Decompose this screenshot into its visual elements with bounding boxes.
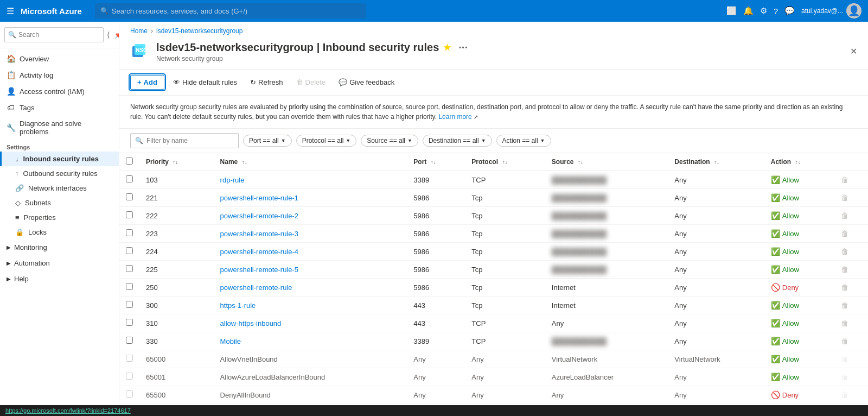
- name-cell[interactable]: powershell-remote-rule-5: [214, 261, 407, 279]
- delete-cell[interactable]: 🗑: [834, 243, 868, 261]
- name-cell[interactable]: AllowVnetInBound: [214, 350, 407, 368]
- row-checkbox[interactable]: [126, 283, 133, 290]
- breadcrumb-home[interactable]: Home: [130, 27, 148, 35]
- delete-cell[interactable]: 🗑: [834, 297, 868, 314]
- avatar[interactable]: 👤: [846, 3, 861, 18]
- name-cell[interactable]: allow-https-inbound: [214, 314, 407, 332]
- row-checkbox[interactable]: [126, 175, 133, 182]
- sidebar-search-box[interactable]: 🔍: [4, 27, 104, 42]
- checkbox-cell[interactable]: [119, 332, 139, 350]
- name-cell[interactable]: rdp-rule: [214, 171, 407, 189]
- header-port[interactable]: Port ↑↓: [407, 153, 465, 171]
- name-cell[interactable]: powershell-remote-rule-2: [214, 207, 407, 225]
- header-action[interactable]: Action ↑↓: [764, 153, 834, 171]
- feedback-icon[interactable]: 💬: [784, 6, 795, 16]
- row-checkbox[interactable]: [126, 301, 133, 308]
- header-source[interactable]: Source ↑↓: [545, 153, 668, 171]
- delete-row-icon[interactable]: 🗑: [841, 229, 848, 238]
- sidebar-search-input[interactable]: [18, 31, 100, 39]
- sidebar-item-overview[interactable]: 🏠 Overview: [0, 51, 119, 67]
- name-cell[interactable]: Mobile: [214, 332, 407, 350]
- rule-name-link[interactable]: powershell-remote-rule-5: [220, 266, 299, 274]
- close-button[interactable]: ✕: [850, 46, 857, 56]
- delete-cell[interactable]: 🗑: [834, 225, 868, 243]
- bell-icon[interactable]: 🔔: [743, 6, 754, 16]
- row-checkbox[interactable]: [126, 337, 133, 344]
- delete-cell[interactable]: 🗑: [834, 207, 868, 225]
- row-checkbox[interactable]: [126, 247, 133, 254]
- breadcrumb-nsg[interactable]: lsdev15-networksecuritygroup: [156, 27, 242, 35]
- checkbox-cell[interactable]: [119, 171, 139, 189]
- screen-icon[interactable]: ⬜: [726, 6, 737, 16]
- favorite-star[interactable]: ★: [443, 42, 451, 53]
- sidebar-item-outbound-security-rules[interactable]: ↑ Outbound security rules: [0, 166, 119, 181]
- sidebar-item-diagnose[interactable]: 🔧 Diagnose and solve problems: [0, 116, 119, 140]
- delete-row-icon[interactable]: 🗑: [841, 337, 848, 345]
- select-all-checkbox[interactable]: [126, 157, 133, 165]
- hide-default-rules-button[interactable]: 👁 Hide default rules: [169, 75, 241, 89]
- sidebar-item-access-control[interactable]: 👤 Access control (IAM): [0, 83, 119, 99]
- learn-more-link[interactable]: Learn more: [438, 113, 471, 121]
- delete-row-icon[interactable]: 🗑: [841, 193, 848, 202]
- delete-cell[interactable]: 🗑: [834, 386, 868, 404]
- sidebar-group-automation[interactable]: ▶ Automation: [0, 255, 119, 271]
- rule-name-link[interactable]: powershell-remote-rule-2: [220, 212, 299, 220]
- rule-name-link[interactable]: Mobile: [220, 337, 241, 345]
- delete-cell[interactable]: 🗑: [834, 189, 868, 207]
- checkbox-cell[interactable]: [119, 314, 139, 332]
- pin-icon[interactable]: 📌: [113, 29, 119, 40]
- name-cell[interactable]: powershell-remote-rule-4: [214, 243, 407, 261]
- filter-pill-action[interactable]: Action == all ▼: [496, 135, 551, 147]
- delete-cell[interactable]: 🗑: [834, 332, 868, 350]
- filter-pill-source[interactable]: Source == all ▼: [361, 135, 418, 147]
- filter-search[interactable]: 🔍: [130, 133, 239, 148]
- delete-button[interactable]: 🗑 Delete: [292, 75, 330, 89]
- delete-cell[interactable]: 🗑: [834, 350, 868, 368]
- delete-row-icon[interactable]: 🗑: [841, 319, 848, 327]
- hamburger-menu[interactable]: ☰: [7, 6, 14, 16]
- checkbox-cell[interactable]: [119, 207, 139, 225]
- header-priority[interactable]: Priority ↑↓: [139, 153, 214, 171]
- checkbox-cell[interactable]: [119, 225, 139, 243]
- row-checkbox[interactable]: [126, 319, 133, 326]
- rule-name-link[interactable]: allow-https-inbound: [220, 319, 282, 327]
- checkbox-cell[interactable]: [119, 297, 139, 314]
- delete-row-icon[interactable]: 🗑: [841, 211, 848, 220]
- rule-name-link[interactable]: powershell-remote-rule: [220, 283, 292, 292]
- checkbox-cell[interactable]: [119, 261, 139, 279]
- checkbox-cell[interactable]: [119, 243, 139, 261]
- rule-name-link[interactable]: powershell-remote-rule-3: [220, 230, 299, 238]
- help-icon[interactable]: ?: [774, 7, 778, 16]
- name-cell[interactable]: AllowAzureLoadBalancerInBound: [214, 368, 407, 386]
- checkbox-cell[interactable]: [119, 279, 139, 297]
- rule-name-link[interactable]: https-1-rule: [220, 301, 256, 310]
- sidebar-item-subnets[interactable]: ◇ Subnets: [0, 196, 119, 210]
- header-destination[interactable]: Destination ↑↓: [668, 153, 764, 171]
- checkbox-cell[interactable]: [119, 368, 139, 386]
- status-link[interactable]: https://go.microsoft.com/fwlink/?linkid=…: [5, 407, 131, 414]
- filter-pill-destination[interactable]: Destination == all ▼: [423, 135, 492, 147]
- row-checkbox[interactable]: [126, 229, 133, 236]
- checkbox-cell[interactable]: [119, 189, 139, 207]
- sidebar-item-network-interfaces[interactable]: 🔗 Network interfaces: [0, 181, 119, 196]
- rule-name-link[interactable]: powershell-remote-rule-1: [220, 194, 299, 202]
- filter-pill-protocol[interactable]: Protocol == all ▼: [296, 135, 357, 147]
- more-options-button[interactable]: ···: [455, 40, 471, 55]
- header-name[interactable]: Name ↑↓: [214, 153, 407, 171]
- rule-name-link[interactable]: rdp-rule: [220, 176, 245, 184]
- sidebar-item-tags[interactable]: 🏷 Tags: [0, 99, 119, 116]
- delete-row-icon[interactable]: 🗑: [841, 175, 848, 184]
- delete-row-icon[interactable]: 🗑: [841, 247, 848, 256]
- row-checkbox[interactable]: [126, 265, 133, 272]
- name-cell[interactable]: powershell-remote-rule-1: [214, 189, 407, 207]
- name-cell[interactable]: powershell-remote-rule-3: [214, 225, 407, 243]
- name-cell[interactable]: powershell-remote-rule: [214, 279, 407, 297]
- sidebar-item-properties[interactable]: ≡ Properties: [0, 210, 119, 225]
- refresh-button[interactable]: ↻ Refresh: [246, 75, 288, 89]
- add-button[interactable]: + Add: [130, 75, 164, 90]
- sidebar-group-help[interactable]: ▶ Help: [0, 271, 119, 287]
- checkbox-cell[interactable]: [119, 386, 139, 404]
- delete-row-icon[interactable]: 🗑: [841, 301, 848, 310]
- feedback-button[interactable]: 💬 Give feedback: [334, 75, 399, 89]
- row-checkbox[interactable]: [126, 193, 133, 200]
